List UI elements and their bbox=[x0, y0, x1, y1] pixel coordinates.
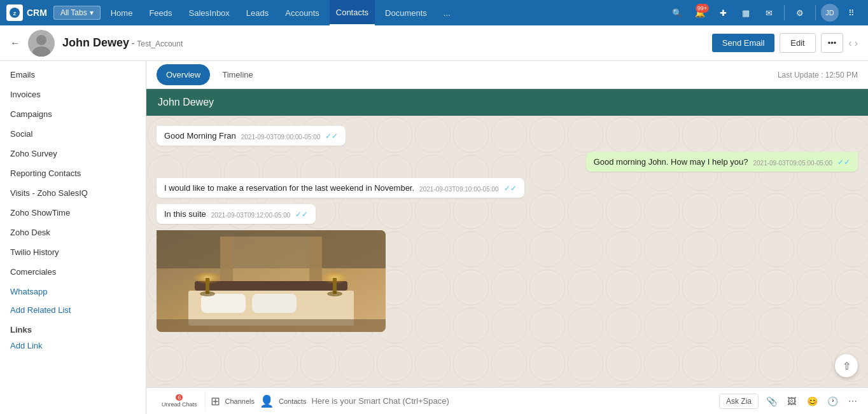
settings-icon[interactable]: ⚙ bbox=[790, 3, 810, 23]
sidebar-item-emails[interactable]: Emails bbox=[0, 65, 146, 85]
contact-header: ← John Dewey - Test_Account Send Email E… bbox=[0, 25, 868, 61]
search-icon[interactable]: 🔍 bbox=[667, 3, 687, 23]
chat-body[interactable]: Good Morning Fran 2021-09-03T09:00:00-05… bbox=[146, 116, 868, 387]
content-area: Overview Timeline Last Update : 12:50 PM… bbox=[146, 61, 868, 414]
msg-2-check: ✓✓ bbox=[837, 158, 850, 167]
emoji-icon[interactable]: 😊 bbox=[804, 394, 820, 409]
sidebar-item-zoho-survey[interactable]: Zoho Survey bbox=[0, 144, 146, 163]
svg-point-19 bbox=[327, 291, 342, 296]
main-layout: Emails Invoices Campaigns Social Zoho Su… bbox=[0, 61, 868, 414]
edit-button[interactable]: Edit bbox=[780, 33, 815, 53]
notification-icon[interactable]: 🔔 99+ bbox=[690, 3, 710, 23]
channels-label[interactable]: Channels bbox=[225, 397, 255, 405]
msg-1-check: ✓✓ bbox=[325, 132, 338, 141]
sidebar: Emails Invoices Campaigns Social Zoho Su… bbox=[0, 61, 146, 414]
tab-timeline[interactable]: Timeline bbox=[213, 64, 263, 85]
crm-logo-icon: Z bbox=[6, 4, 23, 21]
send-email-button[interactable]: Send Email bbox=[712, 34, 774, 52]
more-button[interactable]: ••• bbox=[821, 33, 844, 53]
contact-avatar bbox=[28, 30, 55, 57]
msg-3-check: ✓✓ bbox=[504, 184, 517, 193]
nav-documents[interactable]: Documents bbox=[379, 0, 433, 25]
svg-rect-13 bbox=[252, 294, 297, 313]
msg-3-text: I would like to make a reservation for t… bbox=[164, 183, 414, 193]
scroll-up-button[interactable]: ⇧ bbox=[835, 354, 858, 377]
nav-divider bbox=[784, 5, 785, 20]
sidebar-item-campaigns[interactable]: Campaigns bbox=[0, 104, 146, 124]
back-button[interactable]: ← bbox=[10, 38, 20, 49]
nav-home[interactable]: Home bbox=[104, 0, 139, 25]
sidebar-item-social[interactable]: Social bbox=[0, 124, 146, 144]
more-icon[interactable]: ⋯ bbox=[845, 394, 860, 409]
sidebar-item-invoices[interactable]: Invoices bbox=[0, 85, 146, 104]
crm-logo[interactable]: Z CRM bbox=[6, 4, 47, 21]
add-related-list-button[interactable]: Add Related List bbox=[0, 301, 146, 319]
prev-arrow[interactable]: ‹ bbox=[848, 38, 851, 49]
tabs-bar: Overview Timeline Last Update : 12:50 PM bbox=[146, 61, 868, 89]
add-link-button[interactable]: Add Link bbox=[0, 337, 146, 354]
svg-text:Z: Z bbox=[13, 11, 17, 17]
notification-badge: 99+ bbox=[696, 4, 709, 13]
smart-chat-input[interactable] bbox=[311, 396, 714, 406]
nav-more[interactable]: ... bbox=[437, 0, 457, 25]
next-arrow[interactable]: › bbox=[855, 38, 858, 49]
clock-icon[interactable]: 🕐 bbox=[825, 394, 840, 409]
grid-icon[interactable]: ⠿ bbox=[841, 3, 862, 23]
svg-point-3 bbox=[36, 35, 46, 45]
all-tabs-button[interactable]: All Tabs ▾ bbox=[53, 6, 101, 20]
sidebar-item-zoho-showtime[interactable]: Zoho ShowTime bbox=[0, 203, 146, 223]
links-section-title: Links bbox=[0, 319, 146, 337]
unread-chats-indicator[interactable]: 6 Unread Chats bbox=[154, 392, 206, 410]
msg-1-text: Good Morning Fran bbox=[164, 131, 236, 141]
last-update: Last Update : 12:50 PM bbox=[778, 71, 858, 79]
tab-overview[interactable]: Overview bbox=[157, 64, 210, 85]
contact-account: Test_Account bbox=[137, 39, 183, 48]
msg-3-time: 2021-09-03T09:10:00-05:00 bbox=[419, 186, 499, 193]
hotel-room-image bbox=[157, 230, 386, 332]
contact-name: John Dewey bbox=[62, 36, 129, 49]
svg-rect-10 bbox=[195, 281, 347, 291]
sidebar-item-twilio-history[interactable]: Twilio History bbox=[0, 242, 146, 262]
msg-2-time: 2021-09-03T09:05:00-05:00 bbox=[753, 160, 832, 167]
contacts-label[interactable]: Contacts bbox=[279, 397, 306, 405]
sidebar-item-comerciales[interactable]: Comerciales bbox=[0, 262, 146, 282]
bottom-actions: Ask Zia 📎 🖼 😊 🕐 ⋯ bbox=[719, 394, 860, 409]
chat-header: John Dewey bbox=[146, 89, 868, 116]
msg-4-text: In this suite bbox=[164, 209, 206, 219]
msg-1-time: 2021-09-03T09:00:00-05:00 bbox=[241, 134, 321, 141]
message-4: In this suite 2021-09-03T09:12:00-05:00 … bbox=[157, 204, 316, 224]
image-icon[interactable]: 🖼 bbox=[784, 394, 799, 409]
msg-4-time: 2021-09-03T09:12:00-05:00 bbox=[211, 212, 291, 219]
channels-icon[interactable]: ⊞ bbox=[211, 394, 220, 408]
chat-container: John Dewey Good Morning Fran 2021-09-03T… bbox=[146, 89, 868, 414]
sidebar-item-reporting-contacts[interactable]: Reporting Contacts bbox=[0, 163, 146, 183]
msg-4-check: ✓✓ bbox=[295, 210, 308, 219]
tabs: Overview Timeline bbox=[157, 64, 263, 85]
header-actions: Send Email Edit ••• ‹ › bbox=[712, 33, 858, 53]
nav-contacts[interactable]: Contacts bbox=[330, 0, 375, 25]
unread-label: Unread Chats bbox=[162, 401, 197, 408]
user-avatar[interactable]: JD bbox=[821, 4, 839, 22]
nav-leads[interactable]: Leads bbox=[240, 0, 275, 25]
attach-icon[interactable]: 📎 bbox=[764, 394, 779, 409]
nav-accounts[interactable]: Accounts bbox=[279, 0, 325, 25]
sidebar-item-zoho-desk[interactable]: Zoho Desk bbox=[0, 223, 146, 242]
contacts-icon[interactable]: 👤 bbox=[260, 394, 274, 408]
add-icon[interactable]: ✚ bbox=[713, 3, 733, 23]
message-3: I would like to make a reservation for t… bbox=[157, 178, 524, 198]
bottom-bar: 6 Unread Chats ⊞ Channels 👤 Contacts Ask… bbox=[146, 387, 868, 414]
message-2: Good morning John. How may I help you? 2… bbox=[586, 152, 858, 172]
top-navigation: Z CRM All Tabs ▾ Home Feeds SalesInbox L… bbox=[0, 0, 868, 25]
sidebar-item-visits-zoho-salesiq[interactable]: Visits - Zoho SalesIQ bbox=[0, 183, 146, 203]
sidebar-item-whatsapp[interactable]: Whatsapp bbox=[0, 282, 146, 301]
nav-arrows: ‹ › bbox=[848, 38, 858, 49]
svg-rect-12 bbox=[201, 294, 246, 313]
nav-feeds[interactable]: Feeds bbox=[143, 0, 178, 25]
svg-point-16 bbox=[200, 291, 215, 296]
calendar-icon[interactable]: ▦ bbox=[736, 3, 756, 23]
message-5-image bbox=[157, 230, 386, 332]
ask-zia-button[interactable]: Ask Zia bbox=[719, 394, 759, 409]
mail-icon[interactable]: ✉ bbox=[759, 3, 779, 23]
message-1: Good Morning Fran 2021-09-03T09:00:00-05… bbox=[157, 126, 346, 146]
nav-salesinbox[interactable]: SalesInbox bbox=[183, 0, 236, 25]
